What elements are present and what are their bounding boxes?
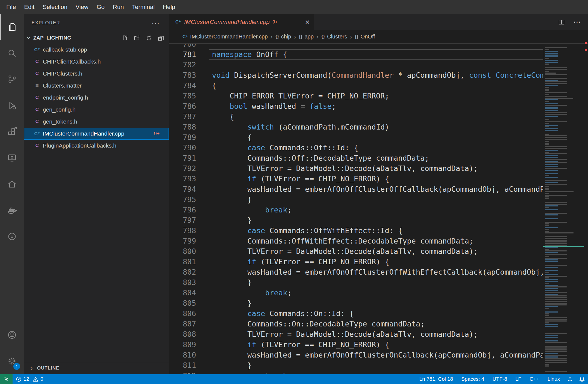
file-item-pluginapplicationcallbacks-h[interactable]: CPluginApplicationCallbacks.h: [24, 140, 169, 152]
activity-settings[interactable]: 1: [0, 348, 24, 374]
code-line[interactable]: 781namespace OnOff {: [169, 49, 543, 60]
code-line[interactable]: 785 CHIP_ERROR TLVError = CHIP_NO_ERROR;: [169, 91, 543, 101]
language-mode[interactable]: C++: [526, 376, 544, 382]
code-line[interactable]: 796 break;: [169, 205, 543, 215]
error-mark: [585, 49, 587, 51]
code-line[interactable]: 807 Commands::On::DecodableType commandD…: [169, 319, 543, 329]
code-line[interactable]: 786 bool wasHandled = false;: [169, 101, 543, 112]
refresh-icon[interactable]: [146, 35, 152, 41]
line-content: }: [209, 298, 543, 308]
breadcrumb-item-chip[interactable]: {}chip: [275, 34, 291, 40]
menu-item-terminal[interactable]: Terminal: [128, 4, 159, 11]
eol-sequence[interactable]: LF: [511, 376, 525, 382]
code-line[interactable]: 811 }: [169, 360, 543, 371]
code-line[interactable]: 808 TLVError = DataModel::Decode(aDataTl…: [169, 329, 543, 340]
file-item-chipclusters-h[interactable]: CCHIPClusters.h: [24, 68, 169, 80]
code-line[interactable]: 795 }: [169, 194, 543, 205]
tab-imclustercommandhandler[interactable]: C⁺ IMClusterCommandHandler.cpp 9+ ×: [169, 14, 314, 30]
minimap[interactable]: [543, 44, 584, 374]
code-line[interactable]: 780: [169, 44, 543, 49]
line-content: }: [209, 277, 543, 288]
breadcrumb-item-imclustercommandhandler.cpp[interactable]: C⁺IMClusterCommandHandler.cpp: [182, 34, 268, 40]
menu-item-run[interactable]: Run: [109, 4, 128, 11]
menu-item-file[interactable]: File: [2, 4, 20, 11]
activity-account[interactable]: [0, 322, 24, 348]
menu-item-view[interactable]: View: [71, 4, 92, 11]
code-line[interactable]: 812 break;: [169, 371, 543, 374]
activity-explorer[interactable]: [0, 14, 24, 40]
code-line[interactable]: 788 switch (aCommandPath.mCommandId): [169, 122, 543, 132]
indentation[interactable]: Spaces: 4: [457, 376, 488, 382]
code-line[interactable]: 809 if (TLVError == CHIP_NO_ERROR) {: [169, 340, 543, 350]
file-item-imclustercommandhandler-cpp[interactable]: C⁺IMClusterCommandHandler.cpp9+: [24, 128, 169, 140]
minimap-line: [545, 56, 558, 57]
line-number: 793: [169, 174, 209, 184]
code-line[interactable]: 805 }: [169, 298, 543, 308]
activity-run-debug[interactable]: [0, 92, 24, 119]
code-line[interactable]: 802 wasHandled = emberAfOnOffClusterOffW…: [169, 267, 543, 277]
h-file-icon: C: [34, 119, 40, 124]
minimap-line: [545, 204, 567, 205]
overview-ruler[interactable]: [584, 30, 588, 374]
activity-dependencies[interactable]: [0, 223, 24, 250]
file-item-callback-stub-cpp[interactable]: C⁺callback-stub.cpp: [24, 44, 169, 56]
split-editor-icon[interactable]: [558, 19, 565, 26]
namespace-braces-icon: {}: [299, 34, 302, 40]
code-line[interactable]: 783void DispatchServerCommand(CommandHan…: [169, 70, 543, 80]
outline-section-header[interactable]: › OUTLINE: [24, 362, 169, 374]
file-item-chipclientcallbacks-h[interactable]: CCHIPClientCallbacks.h: [24, 56, 169, 68]
feedback-icon[interactable]: [564, 376, 576, 382]
minimap-line: [545, 96, 567, 97]
activity-extensions[interactable]: [0, 119, 24, 145]
code-line[interactable]: 798 case Commands::OffWithEffect::Id: {: [169, 226, 543, 236]
menu-item-help[interactable]: Help: [159, 4, 179, 11]
breadcrumb-item-clusters[interactable]: {}Clusters: [321, 34, 347, 40]
code-line[interactable]: 797 }: [169, 215, 543, 226]
menu-item-selection[interactable]: Selection: [38, 4, 71, 11]
file-item-endpoint-config-h[interactable]: Cendpoint_config.h: [24, 92, 169, 104]
file-item-clusters-matter[interactable]: ≡Clusters.matter: [24, 80, 169, 92]
activity-home[interactable]: [0, 171, 24, 197]
activity-search[interactable]: [0, 40, 24, 66]
code-line[interactable]: 782: [169, 60, 543, 70]
menu-item-edit[interactable]: Edit: [20, 4, 38, 11]
code-line[interactable]: 799 Commands::OffWithEffect::DecodableTy…: [169, 236, 543, 246]
activity-docker[interactable]: [0, 197, 24, 223]
problems-status[interactable]: 12 0: [13, 376, 47, 382]
activity-remote-explorer[interactable]: [0, 145, 24, 171]
new-file-icon[interactable]: [122, 35, 128, 41]
menu-item-go[interactable]: Go: [92, 4, 109, 11]
code-line[interactable]: 804 break;: [169, 288, 543, 298]
minimap-line: [545, 241, 567, 242]
code-line[interactable]: 791 Commands::Off::DecodableType command…: [169, 153, 543, 163]
cursor-position[interactable]: Ln 781, Col 18: [415, 376, 457, 382]
code-line[interactable]: 810 wasHandled = emberAfOnOffClusterOnCa…: [169, 350, 543, 360]
activity-source-control[interactable]: [0, 66, 24, 92]
encoding[interactable]: UTF-8: [488, 376, 511, 382]
remote-indicator[interactable]: [0, 374, 13, 384]
os-indicator[interactable]: Linux: [544, 376, 564, 382]
new-folder-icon[interactable]: [134, 35, 140, 41]
collapse-all-icon[interactable]: [158, 35, 164, 41]
file-item-gen-tokens-h[interactable]: Cgen_tokens.h: [24, 116, 169, 128]
code-line[interactable]: 800 TLVError = DataModel::Decode(aDataTl…: [169, 246, 543, 257]
code-line[interactable]: 790 case Commands::Off::Id: {: [169, 143, 543, 153]
file-item-gen-config-h[interactable]: Cgen_config.h: [24, 104, 169, 116]
code-line[interactable]: 794 wasHandled = emberAfOnOffClusterOffC…: [169, 184, 543, 194]
code-line[interactable]: 803 }: [169, 277, 543, 288]
breadcrumb-item-app[interactable]: {}app: [299, 34, 314, 40]
close-icon[interactable]: ×: [305, 19, 310, 25]
code-line[interactable]: 784{: [169, 80, 543, 91]
folder-section-header[interactable]: › ZAP_LIGHTING: [24, 32, 169, 44]
code-line[interactable]: 801 if (TLVError == CHIP_NO_ERROR) {: [169, 257, 543, 267]
home-icon: [7, 179, 17, 189]
breadcrumb-item-onoff[interactable]: {}OnOff: [355, 34, 375, 40]
code-line[interactable]: 806 case Commands::On::Id: {: [169, 308, 543, 319]
notifications-bell-icon[interactable]: [576, 376, 588, 382]
minimap-line: [545, 229, 549, 230]
code-editor[interactable]: 780781namespace OnOff {782783void Dispat…: [169, 44, 543, 374]
code-line[interactable]: 792 TLVError = DataModel::Decode(aDataTl…: [169, 163, 543, 174]
code-line[interactable]: 787 {: [169, 112, 543, 122]
code-line[interactable]: 789 {: [169, 132, 543, 143]
code-line[interactable]: 793 if (TLVError == CHIP_NO_ERROR) {: [169, 174, 543, 184]
